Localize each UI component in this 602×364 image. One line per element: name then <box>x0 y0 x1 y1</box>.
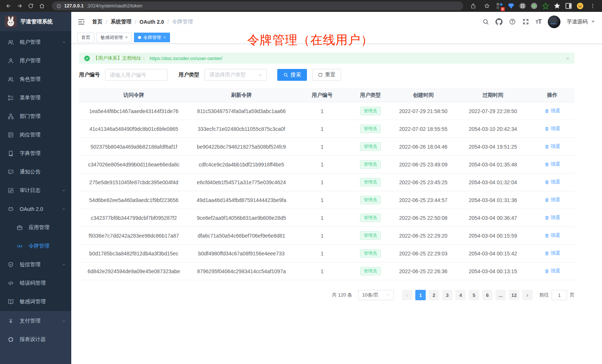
sidebar-item[interactable]: 岗位管理 <box>0 126 71 144</box>
force-logout-button[interactable]: 强退 <box>544 214 560 221</box>
force-logout-button[interactable]: 强退 <box>544 107 560 114</box>
force-logout-button[interactable]: 强退 <box>544 179 560 185</box>
app-logo-row[interactable]: 芋道管理系统 <box>0 12 71 31</box>
trash-icon <box>544 109 549 113</box>
trash-icon <box>544 251 549 256</box>
sidebar-item[interactable]: 菜单管理 <box>0 89 71 107</box>
sidebar-item[interactable]: 角色管理 <box>0 70 71 89</box>
user-type-cell: 管理员 <box>350 125 391 133</box>
back-icon[interactable] <box>4 1 13 11</box>
sidebar-item[interactable]: 令牌管理 <box>0 237 71 255</box>
breadcrumb-home[interactable]: 首页 <box>92 19 102 25</box>
table-row: b0d1785bc3a8482f812db4a3f3bd15ecb0df4980… <box>79 245 575 262</box>
github-icon[interactable] <box>495 18 503 25</box>
extension-record-icon[interactable] <box>530 2 538 10</box>
user-type-tag: 管理员 <box>360 107 381 115</box>
reload-icon[interactable] <box>26 1 36 11</box>
search-icon[interactable] <box>482 18 489 25</box>
tab[interactable]: 令牌管理× <box>134 33 170 42</box>
refresh-icon <box>318 72 323 77</box>
tab-close-icon[interactable]: × <box>163 35 166 40</box>
expire-time-cell: 2054-03-04 00:15:59 <box>456 233 530 239</box>
sidebar-item[interactable]: 短信管理 <box>0 255 71 274</box>
user-id-input[interactable] <box>105 69 167 81</box>
page-button[interactable]: ... <box>495 290 506 300</box>
breadcrumb-system[interactable]: 系统管理 <box>111 19 131 25</box>
forward-icon[interactable] <box>15 1 24 11</box>
fullscreen-icon[interactable] <box>522 18 529 25</box>
pagination: 共 120 条 10条/页 ‹ 123456...12 › 前往 页 <box>79 290 575 300</box>
username[interactable]: 芋道源码 <box>567 19 588 25</box>
force-logout-button[interactable]: 强退 <box>544 250 560 257</box>
address-bar[interactable]: 127.0.0.1:1024/system/oauth2/token <box>52 1 463 10</box>
user-menu-caret-icon[interactable] <box>592 21 595 23</box>
page-button[interactable]: 4 <box>455 290 466 300</box>
sidebar-item[interactable]: 字典管理 <box>0 144 71 163</box>
extension-grid-icon[interactable]: 9 <box>496 2 503 10</box>
home-icon[interactable] <box>37 1 47 11</box>
sidebar-item[interactable]: 租户管理 <box>0 33 71 52</box>
extension-gem-icon[interactable] <box>507 2 515 10</box>
user-type-select[interactable]: 请选择用户类型 <box>205 69 267 81</box>
prev-page-button[interactable]: ‹ <box>402 290 412 300</box>
page-button[interactable]: 5 <box>469 290 479 300</box>
sidebar-item[interactable]: 用户管理 <box>0 52 71 70</box>
reset-button[interactable]: 重置 <box>312 69 341 81</box>
sidebar-item[interactable]: OAuth 2.0 <box>0 200 71 218</box>
sidebar-item[interactable]: 报表设计器 <box>0 330 71 349</box>
report-icon <box>7 336 14 343</box>
tab[interactable]: 敏感词管理× <box>96 33 132 42</box>
goto-page-input[interactable] <box>552 290 567 300</box>
sidebar-item[interactable]: 审计日志 <box>0 181 71 200</box>
expire-time-cell: 2054-03-04 19:51:25 <box>456 144 530 150</box>
profile-emoji-icon[interactable] <box>576 2 584 10</box>
browser-menu-icon[interactable] <box>588 1 598 11</box>
search-button[interactable]: 搜索 <box>277 69 307 81</box>
app-icon <box>16 224 23 231</box>
alert-close-icon[interactable]: × <box>566 55 569 62</box>
created-time-cell: 2022-06-25 23:45:25 <box>391 179 456 185</box>
user-type-tag: 管理员 <box>360 231 381 239</box>
page-size-select[interactable]: 10条/页 <box>358 290 394 300</box>
page-button[interactable]: 3 <box>442 290 452 300</box>
force-logout-button[interactable]: 强退 <box>544 161 560 168</box>
sidebar-item[interactable]: 部门管理 <box>0 107 71 126</box>
page-button[interactable]: 1 <box>415 290 426 300</box>
font-size-icon[interactable]: TT <box>536 18 542 26</box>
tab-close-icon[interactable]: × <box>125 35 128 40</box>
extension-sidebar-icon[interactable] <box>565 2 572 10</box>
help-icon[interactable] <box>509 18 516 25</box>
page-button[interactable]: 2 <box>429 290 439 300</box>
user-type-label: 用户类型 <box>179 72 199 78</box>
sidebar-item[interactable]: 错误码管理 <box>0 274 71 292</box>
extension-white-star-icon[interactable] <box>553 2 561 10</box>
access-token-cell: 54d6be82ee5a460a9aedc1f9bf223656 <box>79 197 189 203</box>
user-id-label: 用户编号 <box>79 72 100 78</box>
force-logout-button[interactable]: 强退 <box>544 196 560 203</box>
sidebar-item[interactable]: 通知公告 <box>0 163 71 181</box>
force-logout-button[interactable]: 强退 <box>544 125 560 132</box>
extension-command-icon[interactable] <box>519 2 526 10</box>
page-button[interactable]: 12 <box>509 290 519 300</box>
access-token-cell: b0d1785bc3a8482f812db4a3f3bd15ec <box>79 251 189 257</box>
created-time-cell: 2022-06-25 23:49:09 <box>391 162 456 168</box>
page-info-icon[interactable] <box>56 4 61 9</box>
sidebar-item[interactable]: 支付管理 <box>0 312 71 330</box>
page-button[interactable]: 6 <box>482 290 493 300</box>
force-logout-button[interactable]: 强退 <box>544 268 560 274</box>
created-time-cell: 2022-06-25 22:29:20 <box>391 233 456 239</box>
user-avatar[interactable] <box>548 16 560 28</box>
bookmark-star-icon[interactable] <box>482 1 492 11</box>
next-page-button[interactable]: › <box>522 290 533 300</box>
tab[interactable]: 首页 <box>77 33 94 42</box>
sidebar-item[interactable]: 应用管理 <box>0 218 71 237</box>
sidebar-item[interactable]: 敏感词管理 <box>0 292 71 311</box>
collapse-sidebar-icon[interactable] <box>77 18 85 26</box>
alert-doc-link[interactable]: https://doc.iocoder.cn/user-center/ <box>150 56 222 61</box>
force-logout-button[interactable]: 强退 <box>544 232 560 239</box>
access-token-cell: f9336e7c7dd242a283ee98dc86b17a87 <box>79 233 189 239</box>
breadcrumb-oauth[interactable]: OAuth 2.0 <box>140 19 164 25</box>
extension-green-star-icon[interactable] <box>542 2 549 10</box>
force-logout-button[interactable]: 强退 <box>544 143 560 150</box>
share-icon[interactable] <box>468 1 478 11</box>
